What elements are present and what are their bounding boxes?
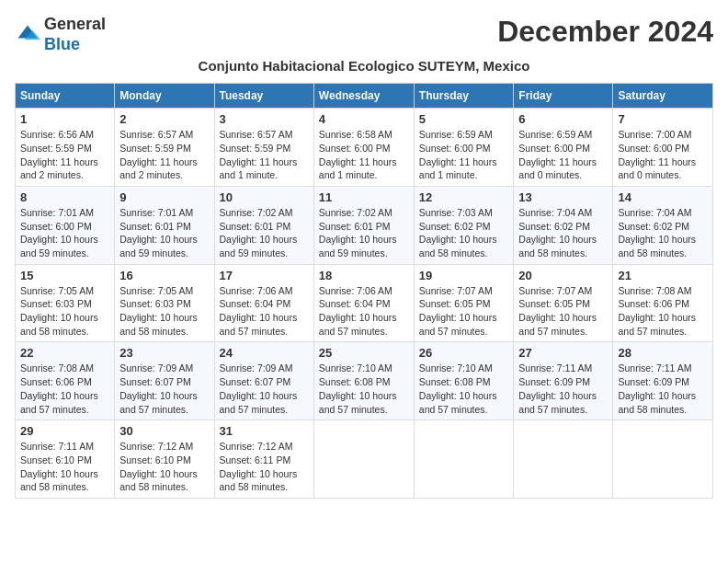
day-number: 24 [220, 346, 309, 360]
day-info: Sunrise: 7:11 AMSunset: 6:09 PMDaylight:… [518, 362, 597, 414]
calendar-cell: 10 Sunrise: 7:02 AMSunset: 6:01 PMDaylig… [214, 186, 313, 264]
day-info: Sunrise: 7:04 AMSunset: 6:02 PMDaylight:… [518, 207, 597, 259]
day-info: Sunrise: 7:12 AMSunset: 6:10 PMDaylight:… [119, 441, 198, 492]
calendar-cell [514, 420, 613, 499]
day-info: Sunrise: 7:03 AMSunset: 6:02 PMDaylight:… [419, 207, 497, 259]
day-info: Sunrise: 7:06 AMSunset: 6:04 PMDaylight:… [319, 285, 397, 337]
calendar-week-row: 1 Sunrise: 6:56 AMSunset: 5:59 PMDayligh… [16, 109, 713, 187]
calendar-cell: 31 Sunrise: 7:12 AMSunset: 6:11 PMDaylig… [214, 420, 313, 499]
calendar-cell [414, 420, 514, 499]
calendar-cell: 23 Sunrise: 7:09 AMSunset: 6:07 PMDaylig… [115, 342, 214, 420]
calendar-cell: 20 Sunrise: 7:07 AMSunset: 6:05 PMDaylig… [514, 264, 613, 342]
day-info: Sunrise: 6:57 AMSunset: 5:59 PMDaylight:… [220, 129, 298, 180]
calendar-cell [313, 420, 414, 499]
day-number: 9 [119, 190, 209, 204]
day-info: Sunrise: 7:11 AMSunset: 6:10 PMDaylight:… [20, 441, 98, 492]
calendar-cell: 13 Sunrise: 7:04 AMSunset: 6:02 PMDaylig… [514, 186, 613, 264]
calendar-cell: 17 Sunrise: 7:06 AMSunset: 6:04 PMDaylig… [214, 264, 313, 342]
day-info: Sunrise: 6:57 AMSunset: 5:59 PMDaylight:… [119, 129, 198, 180]
day-info: Sunrise: 7:09 AMSunset: 6:07 PMDaylight:… [220, 362, 298, 414]
day-number: 15 [20, 269, 109, 282]
day-info: Sunrise: 7:06 AMSunset: 6:04 PMDaylight:… [220, 285, 298, 337]
subtitle: Conjunto Habitacional Ecologico SUTEYM, … [15, 58, 713, 74]
day-info: Sunrise: 7:07 AMSunset: 6:05 PMDaylight:… [419, 285, 497, 337]
calendar-cell: 16 Sunrise: 7:05 AMSunset: 6:03 PMDaylig… [115, 264, 214, 342]
day-number: 3 [220, 112, 309, 126]
logo-icon [15, 22, 40, 48]
calendar-cell: 5 Sunrise: 6:59 AMSunset: 6:00 PMDayligh… [414, 109, 514, 187]
day-number: 28 [618, 346, 708, 360]
col-saturday: Saturday [613, 84, 713, 109]
calendar-cell: 24 Sunrise: 7:09 AMSunset: 6:07 PMDaylig… [214, 342, 313, 420]
day-info: Sunrise: 7:12 AMSunset: 6:11 PMDaylight:… [220, 441, 298, 492]
calendar-cell: 22 Sunrise: 7:08 AMSunset: 6:06 PMDaylig… [16, 342, 115, 420]
day-number: 8 [20, 190, 109, 204]
calendar-cell: 11 Sunrise: 7:02 AMSunset: 6:01 PMDaylig… [313, 186, 414, 264]
page-header: General Blue December 2024 [15, 15, 713, 54]
day-number: 6 [518, 112, 608, 126]
logo: General Blue [15, 15, 106, 54]
calendar-cell: 3 Sunrise: 6:57 AMSunset: 5:59 PMDayligh… [214, 109, 313, 187]
day-number: 7 [618, 112, 708, 126]
day-number: 27 [518, 346, 608, 360]
day-info: Sunrise: 6:58 AMSunset: 6:00 PMDaylight:… [319, 129, 397, 180]
calendar-cell: 9 Sunrise: 7:01 AMSunset: 6:01 PMDayligh… [115, 186, 214, 264]
day-info: Sunrise: 7:10 AMSunset: 6:08 PMDaylight:… [319, 362, 397, 414]
day-info: Sunrise: 7:07 AMSunset: 6:05 PMDaylight:… [518, 285, 597, 337]
day-info: Sunrise: 7:04 AMSunset: 6:02 PMDaylight:… [618, 207, 696, 259]
calendar-cell: 4 Sunrise: 6:58 AMSunset: 6:00 PMDayligh… [313, 109, 414, 187]
col-friday: Friday [514, 84, 613, 109]
month-title: December 2024 [497, 15, 713, 49]
day-info: Sunrise: 7:02 AMSunset: 6:01 PMDaylight:… [319, 207, 397, 259]
calendar-cell: 15 Sunrise: 7:05 AMSunset: 6:03 PMDaylig… [16, 264, 115, 342]
day-number: 16 [119, 269, 209, 282]
day-number: 1 [20, 112, 109, 126]
day-number: 26 [419, 346, 509, 360]
day-info: Sunrise: 7:08 AMSunset: 6:06 PMDaylight:… [618, 285, 696, 337]
day-info: Sunrise: 7:09 AMSunset: 6:07 PMDaylight:… [119, 362, 198, 414]
calendar-week-row: 15 Sunrise: 7:05 AMSunset: 6:03 PMDaylig… [16, 264, 713, 342]
day-info: Sunrise: 7:01 AMSunset: 6:01 PMDaylight:… [119, 207, 198, 259]
title-block: December 2024 [497, 15, 713, 49]
day-info: Sunrise: 6:59 AMSunset: 6:00 PMDaylight:… [518, 129, 597, 180]
day-number: 4 [319, 112, 409, 126]
day-number: 11 [319, 190, 409, 204]
calendar-cell: 27 Sunrise: 7:11 AMSunset: 6:09 PMDaylig… [514, 342, 613, 420]
day-number: 17 [220, 269, 309, 282]
day-number: 10 [220, 190, 309, 204]
day-info: Sunrise: 7:08 AMSunset: 6:06 PMDaylight:… [20, 362, 98, 414]
col-monday: Monday [115, 84, 214, 109]
day-number: 29 [20, 424, 109, 438]
calendar-week-row: 8 Sunrise: 7:01 AMSunset: 6:00 PMDayligh… [16, 186, 713, 264]
calendar-cell: 8 Sunrise: 7:01 AMSunset: 6:00 PMDayligh… [16, 186, 115, 264]
calendar-cell: 12 Sunrise: 7:03 AMSunset: 6:02 PMDaylig… [414, 186, 514, 264]
calendar-cell: 19 Sunrise: 7:07 AMSunset: 6:05 PMDaylig… [414, 264, 514, 342]
col-sunday: Sunday [16, 84, 115, 109]
day-number: 14 [618, 190, 708, 204]
day-number: 20 [518, 269, 608, 282]
day-number: 19 [419, 269, 509, 282]
day-number: 23 [119, 346, 209, 360]
calendar-cell: 29 Sunrise: 7:11 AMSunset: 6:10 PMDaylig… [16, 420, 115, 499]
calendar-cell: 2 Sunrise: 6:57 AMSunset: 5:59 PMDayligh… [115, 109, 214, 187]
day-number: 25 [319, 346, 409, 360]
calendar-cell: 14 Sunrise: 7:04 AMSunset: 6:02 PMDaylig… [613, 186, 713, 264]
calendar-table: Sunday Monday Tuesday Wednesday Thursday… [15, 83, 713, 499]
calendar-cell: 18 Sunrise: 7:06 AMSunset: 6:04 PMDaylig… [313, 264, 414, 342]
day-info: Sunrise: 7:05 AMSunset: 6:03 PMDaylight:… [20, 285, 98, 337]
calendar-cell: 1 Sunrise: 6:56 AMSunset: 5:59 PMDayligh… [16, 109, 115, 187]
col-wednesday: Wednesday [313, 84, 414, 109]
day-info: Sunrise: 7:00 AMSunset: 6:00 PMDaylight:… [618, 129, 696, 180]
calendar-week-row: 22 Sunrise: 7:08 AMSunset: 6:06 PMDaylig… [16, 342, 713, 420]
day-number: 21 [618, 269, 708, 282]
calendar-cell: 28 Sunrise: 7:11 AMSunset: 6:09 PMDaylig… [613, 342, 713, 420]
day-info: Sunrise: 7:05 AMSunset: 6:03 PMDaylight:… [119, 285, 198, 337]
day-number: 30 [119, 424, 209, 438]
col-thursday: Thursday [414, 84, 514, 109]
day-info: Sunrise: 7:10 AMSunset: 6:08 PMDaylight:… [419, 362, 497, 414]
day-info: Sunrise: 6:56 AMSunset: 5:59 PMDaylight:… [20, 129, 98, 180]
logo-text: General Blue [44, 15, 106, 54]
calendar-cell [613, 420, 713, 499]
day-number: 22 [20, 346, 109, 360]
day-number: 31 [220, 424, 309, 438]
